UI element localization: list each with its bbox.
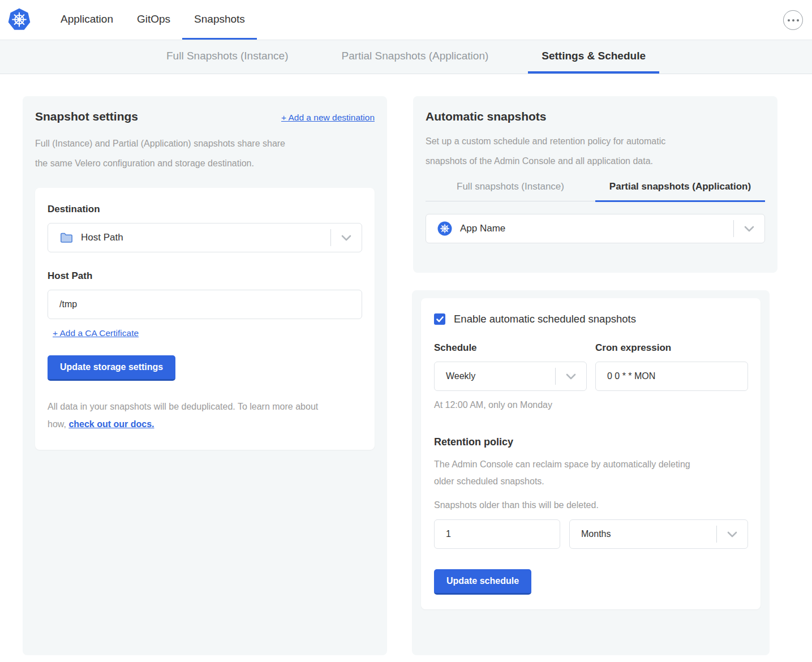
snapshots-subnav: Full Snapshots (Instance) Partial Snapsh… bbox=[0, 40, 812, 74]
top-nav: Application GitOps Snapshots bbox=[0, 0, 812, 40]
add-ca-certificate-link[interactable]: + Add a CA Certificate bbox=[53, 328, 139, 338]
enable-snapshots-checkbox[interactable] bbox=[434, 313, 445, 325]
main-nav: Application GitOps Snapshots bbox=[49, 0, 257, 40]
dedup-note: how, bbox=[48, 419, 66, 429]
storage-settings-form: Destination Host Path Host Path + Add a … bbox=[35, 188, 375, 450]
tab-full-snapshots-instance[interactable]: Full snapshots (Instance) bbox=[426, 181, 595, 202]
update-schedule-button[interactable]: Update schedule bbox=[434, 569, 531, 595]
kubernetes-app-icon bbox=[437, 221, 452, 236]
overflow-menu-button[interactable] bbox=[783, 10, 803, 30]
cron-expression-input[interactable] bbox=[595, 362, 748, 391]
destination-selected-value: Host Path bbox=[81, 232, 123, 243]
cron-expression-label: Cron expression bbox=[595, 342, 748, 354]
dedup-note: All data in your snapshots will be dedup… bbox=[48, 398, 362, 415]
snapshot-type-tabs: Full snapshots (Instance) Partial snapsh… bbox=[426, 181, 765, 201]
automatic-snapshots-card: Automatic snapshots Set up a custom sche… bbox=[413, 96, 777, 273]
schedule-card: Enable automatic scheduled snapshots Sch… bbox=[412, 290, 770, 655]
automatic-snapshots-title: Automatic snapshots bbox=[426, 110, 765, 123]
kubernetes-logo-icon[interactable] bbox=[7, 7, 32, 32]
nav-tab-snapshots[interactable]: Snapshots bbox=[182, 0, 257, 40]
ellipsis-icon bbox=[792, 19, 794, 22]
chevron-down-icon bbox=[734, 226, 764, 232]
nav-tab-application[interactable]: Application bbox=[49, 0, 125, 40]
retention-unit-value: Months bbox=[581, 529, 611, 539]
host-path-input[interactable] bbox=[48, 290, 362, 319]
destination-select[interactable]: Host Path bbox=[48, 223, 362, 252]
retention-value-input[interactable] bbox=[434, 519, 560, 549]
add-new-destination-link[interactable]: + Add a new destination bbox=[281, 113, 375, 123]
retention-unit-select[interactable]: Months bbox=[569, 519, 748, 549]
nav-tab-gitops[interactable]: GitOps bbox=[125, 0, 182, 40]
chevron-down-icon bbox=[717, 531, 747, 538]
subtab-settings-schedule[interactable]: Settings & Schedule bbox=[528, 40, 659, 74]
snapshot-settings-description: the same Velero configuration and storag… bbox=[35, 153, 375, 173]
destination-label: Destination bbox=[48, 204, 362, 215]
automatic-snapshots-description: Set up a custom schedule and retention p… bbox=[426, 131, 765, 151]
update-storage-settings-button[interactable]: Update storage settings bbox=[48, 355, 175, 381]
retention-hint: Snapshots older than this will be delete… bbox=[434, 500, 747, 510]
snapshot-settings-title: Snapshot settings bbox=[35, 110, 138, 123]
automatic-snapshots-description: snapshots of the Admin Console and all a… bbox=[426, 151, 765, 171]
chevron-down-icon bbox=[331, 235, 362, 241]
app-select[interactable]: App Name bbox=[426, 214, 765, 243]
tab-partial-snapshots-application[interactable]: Partial snapshots (Application) bbox=[595, 181, 765, 202]
snapshot-settings-card: Snapshot settings + Add a new destinatio… bbox=[23, 96, 387, 655]
app-selected-value: App Name bbox=[460, 223, 505, 234]
snapshot-settings-description: Full (Instance) and Partial (Application… bbox=[35, 134, 375, 153]
cron-readable-text: At 12:00 AM, only on Monday bbox=[434, 400, 747, 410]
retention-description: The Admin Console can reclaim space by a… bbox=[434, 456, 747, 473]
ellipsis-icon bbox=[797, 19, 799, 22]
retention-policy-title: Retention policy bbox=[434, 436, 747, 448]
schedule-selected-value: Weekly bbox=[446, 371, 475, 381]
retention-description: older scheduled snapshots. bbox=[434, 473, 747, 490]
ellipsis-icon bbox=[788, 19, 790, 22]
chevron-down-icon bbox=[556, 373, 586, 380]
docs-link[interactable]: check out our docs. bbox=[68, 419, 154, 429]
enable-snapshots-label: Enable automatic scheduled snapshots bbox=[454, 313, 636, 325]
subtab-partial-snapshots-application[interactable]: Partial Snapshots (Application) bbox=[328, 40, 502, 74]
folder-icon bbox=[59, 231, 73, 244]
subtab-full-snapshots-instance[interactable]: Full Snapshots (Instance) bbox=[153, 40, 302, 74]
check-icon bbox=[436, 316, 444, 323]
snapshots-settings-page: Application GitOps Snapshots Full Snapsh… bbox=[0, 0, 812, 662]
schedule-form: Enable automatic scheduled snapshots Sch… bbox=[421, 298, 761, 609]
host-path-label: Host Path bbox=[48, 270, 362, 282]
schedule-label: Schedule bbox=[434, 342, 587, 354]
schedule-interval-select[interactable]: Weekly bbox=[434, 362, 587, 391]
